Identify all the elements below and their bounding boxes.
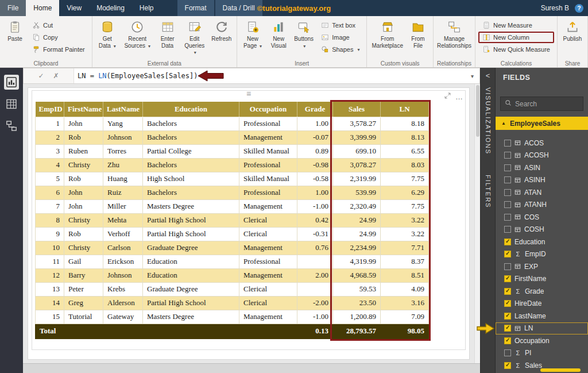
cell-grade[interactable]: -0.31 xyxy=(297,227,333,241)
visualizations-panel-label[interactable]: VISUALIZATIONS xyxy=(485,87,492,155)
table-row[interactable]: 2RobJohnsonBachelorsManagement-0.073,399… xyxy=(36,130,429,144)
cell-grade[interactable]: 1.00 xyxy=(297,117,333,130)
ribbon-button-edit-queries[interactable]: Edit Queries ▾ xyxy=(181,18,208,58)
column-header-lastname[interactable]: LastName xyxy=(103,102,143,117)
cell-lastname[interactable]: Carlson xyxy=(103,241,143,255)
cell-education[interactable]: Bachelors xyxy=(143,117,239,130)
cell-empid[interactable]: 4 xyxy=(36,158,64,172)
cell-sales[interactable]: 2,234.99 xyxy=(333,241,381,255)
table-row[interactable]: 11GailEricksonEducationProfessional4,319… xyxy=(36,255,429,268)
cell-education[interactable]: Graduate Degree xyxy=(143,282,239,296)
cell-occupation[interactable]: Skilled Manual xyxy=(239,144,297,158)
cell-firstname[interactable]: Barry xyxy=(64,268,103,282)
cell-ln[interactable]: 3.22 xyxy=(381,227,429,241)
cell-empid[interactable]: 9 xyxy=(36,227,64,241)
field-item-empid[interactable]: ΣEmpID xyxy=(496,248,588,261)
cell-sales[interactable]: 24.99 xyxy=(333,213,381,227)
ribbon-button-format-painter[interactable]: Format Painter xyxy=(28,44,89,55)
field-item-acos[interactable]: ACOS xyxy=(496,137,588,149)
cell-occupation[interactable]: Clerical xyxy=(239,213,297,227)
cell-empid[interactable]: 6 xyxy=(36,186,64,199)
cell-ln[interactable]: 3.22 xyxy=(381,213,429,227)
cell-ln[interactable]: 4.09 xyxy=(381,282,429,296)
cell-firstname[interactable]: Christy xyxy=(64,241,103,255)
cell-empid[interactable]: 5 xyxy=(36,172,64,186)
cell-occupation[interactable]: Clerical xyxy=(239,296,297,310)
field-checkbox[interactable] xyxy=(504,164,511,171)
cell-grade[interactable]: 0.76 xyxy=(297,241,333,255)
cell-sales[interactable]: 4,319.99 xyxy=(333,255,381,268)
cell-firstname[interactable]: Christy xyxy=(64,158,103,172)
cell-sales[interactable]: 3,078.27 xyxy=(333,158,381,172)
tab-modeling[interactable]: Modeling xyxy=(89,0,132,16)
field-item-cos[interactable]: COS xyxy=(496,211,588,224)
nav-data-view[interactable] xyxy=(4,97,19,111)
cell-education[interactable]: Partial High School xyxy=(143,213,239,227)
table-row[interactable]: 14GregAldersonPartial High SchoolClerica… xyxy=(36,296,429,310)
cell-firstname[interactable]: Rob xyxy=(64,172,103,186)
tab-file[interactable]: File xyxy=(0,0,26,16)
cell-ln[interactable]: 8.13 xyxy=(381,130,429,144)
ribbon-button-recent-sources[interactable]: Recent Sources ▾ xyxy=(121,18,154,51)
cell-firstname[interactable]: Tutorial xyxy=(64,310,103,324)
field-item-acosh[interactable]: ACOSH xyxy=(496,149,588,162)
cell-grade[interactable]: 2.00 xyxy=(297,268,333,282)
fields-search-input[interactable]: Search xyxy=(500,97,583,111)
formula-expand-icon[interactable]: ▾ xyxy=(471,73,474,79)
ribbon-button-copy[interactable]: Copy xyxy=(28,32,89,43)
cell-lastname[interactable]: Erickson xyxy=(103,255,143,268)
cell-firstname[interactable]: Rob xyxy=(64,227,103,241)
cell-occupation[interactable]: Professional xyxy=(239,186,297,199)
field-item-atanh[interactable]: ATANH xyxy=(496,199,588,212)
cell-education[interactable]: Partial High School xyxy=(143,296,239,310)
cell-grade[interactable]: -0.58 xyxy=(297,172,333,186)
expand-panel-icon[interactable]: < xyxy=(481,71,495,80)
cell-sales[interactable]: 24.99 xyxy=(333,227,381,241)
cell-ln[interactable]: 7.09 xyxy=(381,310,429,324)
filters-panel-label[interactable]: FILTERS xyxy=(485,175,492,208)
column-header-grade[interactable]: Grade xyxy=(297,102,333,117)
tab-help[interactable]: Help xyxy=(132,0,161,16)
field-item-ln[interactable]: LN xyxy=(496,322,588,335)
tab-format[interactable]: Format xyxy=(177,0,214,16)
cell-empid[interactable]: 2 xyxy=(36,130,64,144)
cell-lastname[interactable]: Miller xyxy=(103,199,143,213)
ribbon-button-new-measure[interactable]: New Measure xyxy=(478,20,554,31)
cell-sales[interactable]: 539.99 xyxy=(333,186,381,199)
cell-lastname[interactable]: Krebs xyxy=(103,282,143,296)
cell-sales[interactable]: 1,200.89 xyxy=(333,310,381,324)
column-header-ln[interactable]: LN xyxy=(381,102,429,117)
field-item-asinh[interactable]: ASINH xyxy=(496,174,588,187)
ribbon-button-new-column[interactable]: New Column xyxy=(478,32,554,43)
cell-empid[interactable]: 11 xyxy=(36,255,64,268)
table-row[interactable]: 6JohnRuizBachelorsProfessional1.00539.99… xyxy=(36,186,429,199)
cell-sales[interactable]: 3,578.27 xyxy=(333,117,381,130)
cell-grade[interactable]: 0.89 xyxy=(297,144,333,158)
cell-sales[interactable]: 2,320.49 xyxy=(333,199,381,213)
commit-formula-icon[interactable]: ✓ xyxy=(38,72,44,80)
ribbon-button-image[interactable]: Image xyxy=(317,32,363,43)
nav-report-view[interactable] xyxy=(4,75,19,90)
table-visual[interactable]: ≡ … EmpIDFirstNameLastNameEducationOccup… xyxy=(32,90,466,350)
cell-empid[interactable]: 15 xyxy=(36,310,64,324)
cell-ln[interactable]: 7.71 xyxy=(381,241,429,255)
cell-lastname[interactable]: Verhoff xyxy=(103,227,143,241)
column-header-occupation[interactable]: Occupation xyxy=(239,102,297,117)
cell-education[interactable]: Masters Degree xyxy=(143,310,239,324)
field-checkbox[interactable] xyxy=(504,226,511,233)
field-item-hiredate[interactable]: HireDate xyxy=(496,298,588,310)
collapse-triangle-icon[interactable]: ▲ xyxy=(501,121,506,126)
field-item-lastname[interactable]: LastName xyxy=(496,310,588,322)
ribbon-button-get-data[interactable]: Get Data ▾ xyxy=(95,18,119,51)
field-checkbox[interactable] xyxy=(504,288,511,295)
ribbon-button-refresh[interactable]: Refresh xyxy=(210,18,234,45)
field-checkbox[interactable] xyxy=(504,275,511,282)
cell-sales[interactable]: 2,319.99 xyxy=(333,172,381,186)
cell-occupation[interactable]: Professional xyxy=(239,117,297,130)
cell-occupation[interactable]: Management xyxy=(239,241,297,255)
field-item-exp[interactable]: EXP xyxy=(496,260,588,273)
cell-education[interactable]: Bachelors xyxy=(143,186,239,199)
cell-occupation[interactable]: Management xyxy=(239,130,297,144)
cell-occupation[interactable]: Clerical xyxy=(239,282,297,296)
field-item-pi[interactable]: ΣPI xyxy=(496,347,588,360)
